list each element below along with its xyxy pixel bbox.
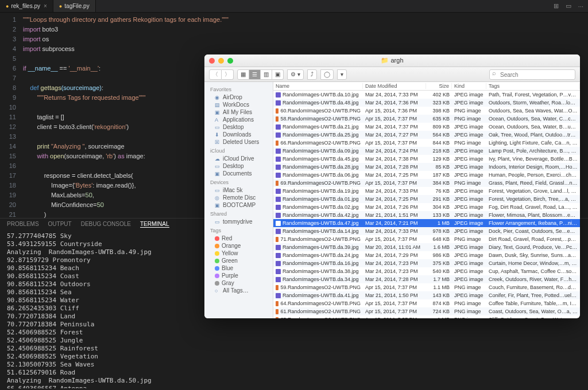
view-column-button[interactable]: ▥ [261, 69, 272, 80]
file-tags: Oak, Tree, Wood, Plant, Outdoo…tryside, … [486, 132, 580, 138]
col-tags[interactable]: Tags [486, 83, 580, 89]
search-input[interactable] [489, 69, 575, 80]
table-row[interactable]: RandomImages-UWTB.da.28.jpg Mar 24, 2014… [273, 163, 580, 171]
sidebar-item[interactable]: AApplications [204, 116, 273, 123]
sidebar-item[interactable]: Orange [204, 242, 273, 249]
sidebar-item-label: Green [222, 258, 238, 264]
file-icon [276, 213, 281, 218]
sidebar-item[interactable]: ◎Remote Disc [204, 194, 273, 201]
sidebar-item[interactable]: ▭Desktop [204, 123, 273, 131]
file-name: RandomImages-UWTB.da.16.jpg [283, 260, 359, 266]
table-row[interactable]: RandomImages-UWTB.da.47.jpg Mar 24, 2014… [273, 219, 580, 227]
sidebar-item[interactable]: ▣BOOTCAMP [204, 201, 273, 209]
table-row[interactable]: 64.RandomImagesO2-UWTB.PNG Apr 15, 2014,… [273, 299, 580, 307]
sidebar-item[interactable]: Red [204, 235, 273, 242]
table-row[interactable]: 65.RandomImagesO2-UWTB.PNG Apr 15, 2014,… [273, 315, 580, 318]
sidebar-item[interactable]: Blue [204, 264, 273, 272]
table-row[interactable]: RandomImages-UWTB.da.39.jpg Mar 20, 2014… [273, 243, 580, 251]
sidebar-icon: ▣ [215, 171, 220, 177]
table-row[interactable]: 59.RandomImagesO2-UWTB.PNG Apr 15, 2014,… [273, 283, 580, 291]
file-kind: JPEG image [452, 172, 486, 178]
tag-dot-icon [215, 281, 219, 286]
sidebar-item[interactable]: ☒Deleted Users [204, 138, 273, 146]
sidebar-item[interactable]: ⬇Downloads [204, 131, 273, 138]
sidebar-item[interactable]: Yellow [204, 249, 273, 257]
sidebar-item-label: Red [222, 235, 232, 241]
sidebar-item[interactable]: ▭tommydrive [204, 218, 273, 225]
file-date: Mar 24, 2014, 7:33 PM [363, 92, 426, 98]
table-row[interactable]: 58.RandomImagesO2-UWTB.PNG Apr 15, 2014,… [273, 115, 580, 123]
tab-problems[interactable]: PROBLEMS [7, 221, 39, 228]
layout-icon[interactable]: ▭ [566, 2, 571, 10]
view-list-button[interactable]: ☰ [249, 69, 261, 80]
table-row[interactable]: RandomImages-UWTB.da.09.jpg Mar 24, 2014… [273, 147, 580, 155]
table-row[interactable]: RandomImages-UWTB.da.24.jpg Mar 24, 2014… [273, 251, 580, 259]
search-field[interactable] [489, 69, 575, 80]
sidebar-item[interactable]: ▤WorkDocs [204, 101, 273, 108]
close-icon[interactable]: × [44, 3, 47, 9]
sidebar-icon: ☁ [215, 156, 220, 162]
table-row[interactable]: RandomImages-UWTB.da.02.jpg Mar 24, 2014… [273, 203, 580, 211]
more-icon[interactable]: ··· [578, 3, 583, 10]
tab-output[interactable]: OUTPUT [48, 221, 72, 228]
col-name[interactable]: Name [273, 83, 363, 89]
file-icon [276, 116, 278, 122]
tab-label: tagFile.py [64, 3, 89, 9]
tab-terminal[interactable]: TERMINAL [140, 221, 169, 228]
file-name: RandomImages-UWTB.da.48.jpg [283, 100, 359, 106]
action-button[interactable]: ⤴ [307, 69, 317, 80]
file-name: 60.RandomImagesO2-UWTB.PNG [280, 108, 361, 114]
table-row[interactable]: RandomImages-UWTB.da.10.jpg Mar 24, 2014… [273, 91, 580, 99]
forward-button[interactable]: 〉 [222, 69, 234, 80]
col-size[interactable]: Size [426, 83, 452, 89]
sidebar-item[interactable]: ○All Tags… [204, 287, 273, 294]
view-icon-button[interactable]: ▦ [237, 69, 249, 80]
dropdown-button[interactable]: ▾ [337, 69, 347, 80]
file-tags: Human, People, Person, Exerci…ch, Coast,… [486, 172, 580, 178]
sidebar-item[interactable]: Green [204, 257, 273, 264]
sidebar-item[interactable]: ☁iCloud Drive [204, 155, 273, 162]
sidebar-item[interactable]: ▭iMac 5k [204, 186, 273, 194]
table-row[interactable]: 61.RandomImagesO2-UWTB.PNG Apr 15, 2014,… [273, 307, 580, 315]
arrange-button[interactable]: ⚙ ▾ [287, 69, 304, 80]
table-row[interactable]: RandomImages-UWTB.da.45.jpg Mar 24, 2014… [273, 155, 580, 163]
table-row[interactable]: RandomImages-UWTB.da.38.jpg Mar 24, 2014… [273, 267, 580, 275]
tab-tagfile[interactable]: ●tagFile.py [53, 0, 96, 12]
file-name: RandomImages-UWTB.da.45.jpg [283, 156, 359, 162]
split-icon[interactable]: ⊞ [554, 2, 559, 10]
col-date[interactable]: Date Modified [363, 83, 426, 89]
titlebar-actions: ⊞ ▭ ··· [554, 0, 588, 12]
table-row[interactable]: 71.RandomImagesO2-UWTB.PNG Apr 15, 2014,… [273, 235, 580, 243]
sidebar-item[interactable]: ▣Documents [204, 170, 273, 177]
sidebar-item[interactable]: Purple [204, 272, 273, 279]
file-name: RandomImages-UWTB.da.42.jpg [283, 212, 359, 218]
col-kind[interactable]: Kind [452, 83, 486, 89]
file-name: RandomImages-UWTB.da.41.jpg [283, 292, 359, 298]
finder-titlebar[interactable]: 📁argh [204, 54, 580, 67]
sidebar-item[interactable]: ▭Desktop [204, 162, 273, 170]
table-row[interactable]: RandomImages-UWTB.da.14.jpg Mar 24, 2014… [273, 227, 580, 235]
table-row[interactable]: 66.RandomImagesO2-UWTB.PNG Apr 15, 2014,… [273, 139, 580, 147]
table-row[interactable]: RandomImages-UWTB.da.16.jpg Mar 24, 2014… [273, 259, 580, 267]
tab-rek-files[interactable]: ●rek_files.py× [0, 0, 53, 12]
view-gallery-button[interactable]: ▣ [272, 69, 284, 80]
back-button[interactable]: 〈 [209, 69, 222, 80]
table-row[interactable]: RandomImages-UWTB.da.06.jpg Mar 24, 2014… [273, 171, 580, 179]
sidebar-item[interactable]: Gray [204, 279, 273, 287]
table-row[interactable]: RandomImages-UWTB.da.42.jpg Mar 21, 2014… [273, 211, 580, 219]
file-rows[interactable]: RandomImages-UWTB.da.10.jpg Mar 24, 2014… [273, 91, 580, 318]
table-row[interactable]: RandomImages-UWTB.da.01.jpg Mar 24, 2014… [273, 195, 580, 203]
table-row[interactable]: RandomImages-UWTB.da.48.jpg Mar 24, 2014… [273, 99, 580, 107]
column-headers[interactable]: Name Date Modified Size Kind Tags [273, 82, 580, 91]
sidebar-item[interactable]: ▣All My Files [204, 108, 273, 116]
table-row[interactable]: RandomImages-UWTB.da.21.jpg Mar 24, 2014… [273, 123, 580, 131]
table-row[interactable]: RandomImages-UWTB.da.25.jpg Mar 24, 2014… [273, 131, 580, 139]
tab-debug[interactable]: DEBUG CONSOLE [81, 221, 131, 228]
table-row[interactable]: RandomImages-UWTB.da.34.jpg Mar 24, 2014… [273, 275, 580, 283]
table-row[interactable]: RandomImages-UWTB.da.41.jpg Mar 21, 2014… [273, 291, 580, 299]
table-row[interactable]: RandomImages-UWTB.da.19.jpg Mar 24, 2014… [273, 187, 580, 195]
tags-button[interactable]: ◯ [320, 69, 334, 80]
sidebar-item[interactable]: ◉AirDrop [204, 93, 273, 101]
table-row[interactable]: 69.RandomImagesO2-UWTB.PNG Apr 15, 2014,… [273, 179, 580, 187]
table-row[interactable]: 60.RandomImagesO2-UWTB.PNG Apr 15, 2014,… [273, 107, 580, 115]
